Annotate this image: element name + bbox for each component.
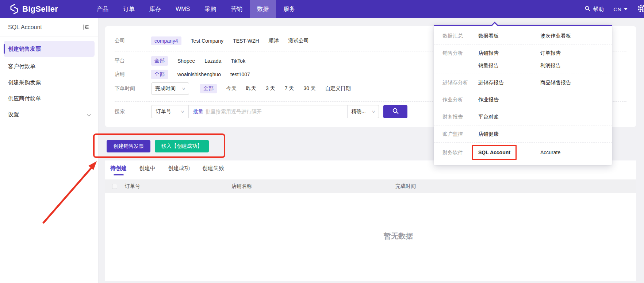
create-sales-invoice-button[interactable]: 创建销售发票 xyxy=(107,140,150,152)
menu-section-data-summary: 数据汇总 数据看板 波次作业看板 xyxy=(434,27,612,44)
menu-item-product-sales-report[interactable]: 商品销售报告 xyxy=(540,78,571,86)
search-field-select[interactable]: 订单号 ∨ xyxy=(152,105,189,118)
sidebar-item-customer-payment[interactable]: 客户付款单 xyxy=(0,58,98,74)
menu-section-finance-software: 财务软件 SQL Account Accurate xyxy=(434,143,612,162)
nav-item-products[interactable]: 产品 xyxy=(89,0,116,18)
menu-item-store-report[interactable]: 店铺报告 xyxy=(478,49,540,57)
nav-item-purchase[interactable]: 采购 xyxy=(197,0,223,18)
menu-item-order-report[interactable]: 订单报告 xyxy=(540,49,561,57)
menu-item-platform-reconciliation[interactable]: 平台对账 xyxy=(478,113,540,121)
menu-item-wave-dashboard[interactable]: 波次作业看板 xyxy=(540,32,571,40)
nav-item-orders[interactable]: 订单 xyxy=(116,0,142,18)
tab-label: 创建成功 xyxy=(168,165,190,171)
match-mode-value: 精确... xyxy=(351,108,366,115)
active-tab-underline xyxy=(114,174,124,175)
company-option-selected[interactable]: company4 xyxy=(151,36,181,45)
column-complete-time: 完成时间 xyxy=(395,183,636,190)
menu-item-operation-report[interactable]: 作业报告 xyxy=(478,96,540,104)
filter-label: 平台 xyxy=(115,58,151,64)
sidebar-item-create-purchase-invoice[interactable]: 创建采购发票 xyxy=(0,74,98,90)
time-option[interactable]: 昨天 xyxy=(246,85,256,92)
sidebar-item-supplier-payment[interactable]: 供应商付款单 xyxy=(0,90,98,106)
settings-gear-icon[interactable] xyxy=(637,4,644,14)
company-option[interactable]: 顺洋 xyxy=(269,38,279,44)
table-header: 订单号 店铺名称 完成时间 xyxy=(105,179,636,193)
menu-item-data-dashboard[interactable]: 数据看板 xyxy=(478,32,540,40)
store-option-selected[interactable]: 全部 xyxy=(151,70,168,79)
platform-option[interactable]: TikTok xyxy=(231,58,245,64)
time-option-selected[interactable]: 全部 xyxy=(200,84,217,93)
tab-create-success[interactable]: 创建成功 xyxy=(168,164,190,175)
menu-section-label: 财务报告 xyxy=(434,113,478,121)
menu-item-store-health[interactable]: 店铺健康 xyxy=(478,130,540,138)
result-panel: 待创建 创建中 创建成功 创建失败 订单号 店铺名称 完成时间 暂无数据 xyxy=(105,160,636,281)
time-option[interactable]: 30 天 xyxy=(303,85,315,92)
time-option[interactable]: 自定义日期 xyxy=(325,85,351,92)
platform-option[interactable]: Shopee xyxy=(177,58,195,64)
store-option[interactable]: test1007 xyxy=(230,71,250,77)
sidebar-title: SQL Account xyxy=(8,24,42,31)
menu-section-label: 数据汇总 xyxy=(434,32,478,40)
chevron-down-icon xyxy=(87,112,91,118)
data-menu-dropdown: 数据汇总 数据看板 波次作业看板 销售分析 店铺报告 订单报告 销量报告 利润报… xyxy=(434,25,612,165)
platform-option-selected[interactable]: 全部 xyxy=(151,56,168,66)
sidebar-header: SQL Account xyxy=(0,18,98,36)
main-menu: 产品 订单 库存 WMS 采购 营销 数据 服务 xyxy=(89,0,302,18)
match-mode-select[interactable]: 精确... ∨ xyxy=(347,105,379,118)
menu-item-sql-account[interactable]: SQL Account xyxy=(472,145,517,160)
column-store-name: 店铺名称 xyxy=(231,183,395,190)
help-button[interactable]: 帮助 xyxy=(584,5,604,13)
menu-section-label: 销售分析 xyxy=(434,49,478,69)
nav-item-services[interactable]: 服务 xyxy=(276,0,302,18)
filter-label: 搜索 xyxy=(115,108,151,115)
tab-label: 创建失败 xyxy=(202,165,224,171)
menu-item-profit-report[interactable]: 利润报告 xyxy=(540,61,561,69)
search-input[interactable] xyxy=(206,109,343,115)
time-option[interactable]: 7 天 xyxy=(285,85,294,92)
filter-label: 店铺 xyxy=(115,71,151,78)
nav-item-inventory[interactable]: 库存 xyxy=(142,0,168,18)
language-selector[interactable]: CN xyxy=(613,6,628,12)
search-icon xyxy=(584,5,591,13)
menu-section-label: 作业分析 xyxy=(434,96,478,104)
filter-label: 下单时间 xyxy=(115,85,151,92)
tab-pending-create[interactable]: 待创建 xyxy=(110,164,127,175)
magnifier-icon xyxy=(392,108,399,116)
sidebar-menu: 创建销售发票 客户付款单 创建采购发票 供应商付款单 设置 xyxy=(0,36,98,123)
sidebar: SQL Account 创建销售发票 客户付款单 创建采购发票 供应商付款单 设… xyxy=(0,18,99,283)
nav-item-wms[interactable]: WMS xyxy=(168,0,197,18)
nav-item-marketing[interactable]: 营销 xyxy=(223,0,250,18)
bigseller-logo[interactable]: BigSeller xyxy=(0,4,58,15)
time-option[interactable]: 3 天 xyxy=(266,85,275,92)
nav-item-data[interactable]: 数据 xyxy=(250,0,276,18)
company-option[interactable]: TEST-WZH xyxy=(233,38,259,44)
company-option[interactable]: 测试公司 xyxy=(288,38,309,44)
sidebar-item-create-sales-invoice[interactable]: 创建销售发票 xyxy=(4,41,95,57)
menu-item-inventory-report[interactable]: 进销存报告 xyxy=(478,78,540,86)
sidebar-item-settings[interactable]: 设置 xyxy=(0,106,98,123)
store-option[interactable]: woainishishenghuo xyxy=(177,71,221,77)
help-label: 帮助 xyxy=(593,6,604,13)
tab-create-failed[interactable]: 创建失败 xyxy=(202,164,224,175)
navbar-right: 帮助 CN xyxy=(584,4,644,14)
company-option[interactable]: Test Company xyxy=(191,38,223,44)
app-window: BigSeller 产品 订单 库存 WMS 采购 营销 数据 服务 帮助 xyxy=(0,0,644,283)
chevron-down-icon: ∨ xyxy=(180,109,184,114)
platform-option[interactable]: Lazada xyxy=(204,58,221,64)
menu-item-sales-report[interactable]: 销量报告 xyxy=(478,61,540,69)
menu-item-accurate[interactable]: Accurate xyxy=(540,148,560,156)
collapse-sidebar-icon[interactable] xyxy=(83,24,89,31)
menu-section-label: 财务软件 xyxy=(434,148,478,156)
menu-section-label: 进销存分析 xyxy=(434,78,478,86)
select-all-checkbox[interactable] xyxy=(112,184,117,189)
search-input-wrap: 批量 xyxy=(189,105,347,118)
time-mode-select[interactable]: 完成时间 ∨ xyxy=(151,82,189,95)
menu-section-inventory-analysis: 进销存分析 进销存报告 商品销售报告 xyxy=(434,74,612,91)
search-field-value: 订单号 xyxy=(156,108,171,115)
tab-creating[interactable]: 创建中 xyxy=(139,164,156,175)
time-option[interactable]: 今天 xyxy=(226,85,237,92)
search-button[interactable] xyxy=(383,105,407,118)
batch-tag[interactable]: 批量 xyxy=(193,108,203,115)
move-to-created-success-button[interactable]: 移入【创建成功】 xyxy=(155,140,209,152)
chevron-down-icon: ∨ xyxy=(181,86,185,91)
